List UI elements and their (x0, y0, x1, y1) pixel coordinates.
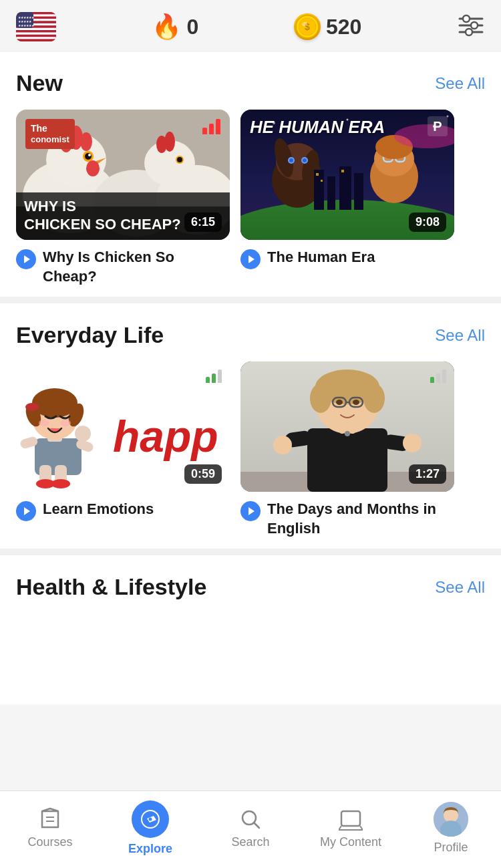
months-card[interactable]: 1:27 The Days and Months in English (240, 361, 454, 538)
svg-rect-9 (16, 30, 56, 32)
svg-point-40 (86, 160, 100, 176)
chicken-card[interactable]: The conomist WHY ISCHICKEN SO CHEAP? 6:1… (16, 110, 230, 286)
streak-display[interactable]: 🔥 0 (152, 13, 199, 41)
profile-avatar (434, 802, 468, 837)
months-signal (430, 370, 446, 383)
svg-rect-69 (341, 170, 344, 172)
svg-point-37 (85, 153, 92, 160)
fire-icon: 🔥 (152, 13, 182, 41)
signal-bars (202, 119, 220, 134)
chicken-title: Why Is Chicken So Cheap? (43, 248, 230, 286)
chicken-play-icon (16, 249, 36, 269)
svg-point-109 (336, 400, 343, 405)
emotions-thumbnail: happ 0:59 (16, 361, 230, 492)
emotions-title: Learn Emotions (43, 500, 154, 519)
explore-label: Explore (128, 842, 172, 856)
courses-icon (38, 807, 62, 831)
coins-count: 520 (326, 15, 361, 39)
svg-point-27 (466, 29, 472, 35)
svg-point-101 (403, 434, 422, 452)
nav-my-content[interactable]: My Content (317, 807, 384, 849)
streak-count: 0 (187, 15, 199, 39)
everyday-section-header: Everyday Life See All (16, 322, 485, 348)
svg-point-89 (25, 403, 39, 411)
svg-rect-11 (16, 35, 56, 37)
chicken-title-row: Why Is Chicken So Cheap? (16, 248, 230, 286)
svg-point-100 (273, 436, 292, 454)
coin-icon: $ (294, 13, 321, 40)
svg-point-80 (51, 479, 70, 488)
svg-rect-8 (16, 28, 56, 30)
human-era-thumbnail: HE HUMAN ERA P 9:08 (240, 110, 454, 240)
emotions-card[interactable]: happ 0:59 Learn Emotions (16, 361, 230, 538)
svg-rect-66 (354, 173, 363, 210)
svg-point-43 (164, 132, 175, 152)
months-play-icon (240, 501, 261, 521)
nav-search[interactable]: Search (217, 807, 284, 849)
new-card-row: The conomist WHY ISCHICKEN SO CHEAP? 6:1… (16, 110, 485, 286)
svg-rect-119 (341, 811, 360, 826)
chicken-duration: 6:15 (184, 212, 222, 232)
months-thumbnail: 1:27 (240, 361, 454, 492)
language-flag[interactable]: ★★★★★★ ★★★★★ ★★★★★★ (16, 12, 56, 41)
svg-rect-65 (339, 166, 351, 210)
emotions-title-row: Learn Emotions (16, 500, 230, 521)
svg-point-25 (463, 15, 470, 22)
human-era-duration: 9:08 (409, 212, 446, 232)
everyday-see-all-button[interactable]: See All (435, 326, 485, 345)
svg-point-105 (363, 384, 385, 413)
health-see-all-button[interactable]: See All (435, 578, 485, 597)
svg-text:happ: happ (113, 412, 218, 461)
human-era-overlay: HE HUMAN ERA (240, 110, 454, 145)
explore-icon (140, 809, 160, 829)
section-divider-1 (0, 297, 501, 303)
svg-rect-13 (16, 39, 56, 41)
svg-line-118 (254, 823, 259, 828)
svg-point-26 (471, 22, 478, 29)
explore-circle (132, 801, 169, 838)
months-duration: 1:27 (409, 464, 446, 484)
months-title: The Days and Months in English (267, 500, 454, 538)
svg-point-104 (310, 384, 331, 413)
section-divider-2 (0, 549, 501, 555)
svg-point-45 (177, 157, 182, 162)
human-era-card[interactable]: HE HUMAN ERA P 9:08 The Human Era (240, 110, 454, 286)
svg-point-56 (303, 158, 307, 162)
he-badge: P (428, 116, 448, 136)
my-content-icon (339, 807, 363, 831)
health-section: Health & Lifestyle See All (0, 555, 501, 624)
nav-courses[interactable]: Courses (17, 807, 84, 849)
emotions-signal (206, 370, 222, 383)
app-header: ★★★★★★ ★★★★★ ★★★★★★ 🔥 0 $ 520 (0, 0, 501, 51)
svg-text:★★★★★★: ★★★★★★ (18, 23, 35, 27)
settings-button[interactable] (457, 13, 485, 40)
svg-point-83 (75, 426, 91, 442)
nav-profile[interactable]: Profile (418, 802, 484, 855)
avatar-svg (434, 802, 468, 837)
health-section-title: Health & Lifestyle (16, 574, 206, 600)
months-title-row: The Days and Months in English (240, 500, 454, 538)
health-section-header: Health & Lifestyle See All (16, 574, 485, 600)
svg-point-55 (289, 158, 293, 162)
search-icon (238, 807, 263, 831)
my-content-label: My Content (320, 835, 381, 849)
main-content: New See All (0, 51, 501, 704)
svg-point-111 (345, 431, 350, 436)
svg-point-35 (80, 132, 92, 151)
svg-rect-67 (316, 173, 319, 176)
new-see-all-button[interactable]: See All (435, 74, 485, 93)
svg-rect-10 (16, 32, 56, 34)
svg-point-116 (149, 818, 152, 821)
everyday-section: Everyday Life See All (0, 303, 501, 549)
bottom-spacer (0, 624, 501, 704)
svg-point-90 (39, 420, 49, 426)
svg-point-91 (60, 420, 71, 426)
svg-point-38 (88, 154, 91, 156)
svg-rect-63 (314, 170, 324, 210)
chicken-thumbnail: The conomist WHY ISCHICKEN SO CHEAP? 6:1… (16, 110, 230, 240)
everyday-card-row: happ 0:59 Learn Emotions (16, 361, 485, 538)
coins-display[interactable]: $ 520 (294, 13, 361, 40)
svg-rect-64 (327, 176, 335, 210)
nav-explore[interactable]: Explore (117, 801, 184, 856)
svg-rect-12 (16, 37, 56, 39)
